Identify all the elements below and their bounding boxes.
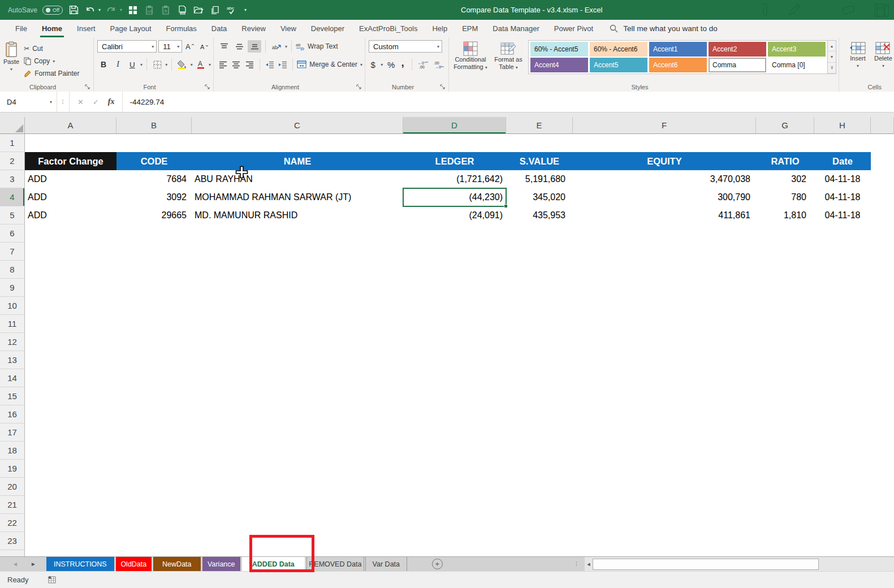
column-header-partial[interactable]	[871, 117, 894, 133]
decrease-indent-icon[interactable]	[264, 58, 275, 71]
sheet-nav-right-icon[interactable]: ►	[31, 561, 36, 567]
comma-style-icon[interactable]: ,	[399, 58, 406, 71]
ribbon-tab-home[interactable]: Home	[34, 20, 70, 37]
cell-E5[interactable]: 435,953	[506, 206, 573, 224]
insert-dropdown-icon[interactable]: ▾	[857, 62, 859, 70]
increase-decimal-icon[interactable]: ←0.00	[418, 58, 430, 71]
sheet-tab-variance[interactable]: Variance	[202, 557, 240, 571]
font-dialog-launcher-icon[interactable]	[205, 84, 210, 90]
cancel-icon[interactable]: ✕	[77, 98, 84, 106]
ribbon-tab-formulas[interactable]: Formulas	[159, 20, 204, 37]
empty-row-1[interactable]	[25, 134, 894, 152]
undo-dropdown-icon[interactable]: ▾	[98, 7, 101, 12]
align-left-icon[interactable]	[217, 58, 229, 71]
row-header-6[interactable]: 6	[0, 224, 25, 243]
increase-indent-icon[interactable]	[277, 58, 289, 71]
gallery-scrollbar[interactable]: ▲ ▼ ⊽	[828, 40, 836, 74]
ribbon-tab-epm[interactable]: EPM	[455, 20, 485, 37]
orientation-icon[interactable]: ab	[270, 40, 283, 53]
scroll-left-icon[interactable]: ◄	[585, 561, 593, 567]
row-header-13[interactable]: 13	[0, 351, 25, 369]
cell-style-accent1[interactable]: Accent1	[649, 42, 707, 57]
cell-E3[interactable]: 5,191,680	[506, 170, 573, 188]
cell-style-60-accent5[interactable]: 60% - Accent5	[530, 42, 588, 57]
copy-button[interactable]: Copy▾	[24, 55, 79, 67]
cell-H4[interactable]: 04-11-18	[814, 188, 871, 206]
sheet-tab-var-data[interactable]: Var Data	[365, 557, 407, 571]
empty-row-8[interactable]	[25, 261, 894, 279]
fill-color-icon[interactable]	[176, 58, 188, 71]
empty-row-13[interactable]	[25, 351, 894, 369]
cell-F5[interactable]: 411,861	[573, 206, 756, 224]
borders-icon[interactable]	[151, 58, 163, 71]
row-header-2[interactable]: 2	[0, 152, 25, 170]
row-header-10[interactable]: 10	[0, 297, 25, 315]
row-header-9[interactable]: 9	[0, 279, 25, 297]
ribbon-tab-insert[interactable]: Insert	[70, 20, 103, 37]
copy-doc-icon[interactable]	[209, 5, 221, 16]
delete-dropdown-icon[interactable]: ▾	[882, 62, 884, 70]
format-painter-button[interactable]: Format Painter	[24, 67, 79, 80]
scrollbar-thumb[interactable]	[593, 559, 819, 570]
ribbon-tab-exactprobi-tools[interactable]: ExActProBi_Tools	[352, 20, 425, 37]
column-header-H[interactable]: H	[814, 117, 871, 133]
row-header-7[interactable]: 7	[0, 243, 25, 261]
row-header-17[interactable]: 17	[0, 423, 25, 442]
empty-row-6[interactable]	[25, 224, 894, 243]
cell-A4[interactable]: ADD	[25, 188, 116, 206]
align-center-icon[interactable]	[231, 58, 243, 71]
decrease-font-icon[interactable]: A	[198, 40, 211, 53]
column-header-D[interactable]: D	[403, 117, 506, 133]
formula-bar-handle[interactable]: ⁞	[57, 92, 69, 112]
underline-button[interactable]: U	[126, 58, 139, 71]
empty-row-20[interactable]	[25, 478, 894, 496]
open-folder-icon[interactable]	[193, 5, 204, 16]
sheet-tab-added-data[interactable]: ADDED Data	[242, 557, 305, 571]
borders-dropdown-icon[interactable]: ▾	[165, 62, 167, 67]
new-sheet-button[interactable]: +	[432, 559, 443, 569]
align-right-icon[interactable]	[244, 58, 256, 71]
table-header-s-value[interactable]: S.VALUE	[506, 152, 573, 170]
merge-dropdown-icon[interactable]: ▾	[360, 62, 362, 67]
spelling-icon[interactable]: abc	[226, 5, 237, 16]
column-header-B[interactable]: B	[116, 117, 192, 133]
format-as-table-button[interactable]: Format as Table ▾	[492, 39, 525, 71]
cell-style-accent4[interactable]: Accent4	[530, 58, 588, 72]
customize-qat-icon[interactable]: ▾	[244, 7, 247, 12]
empty-row-9[interactable]	[25, 279, 894, 297]
cell-H3[interactable]: 04-11-18	[814, 170, 871, 188]
insert-cells-button[interactable]: Insert ▾	[849, 39, 866, 70]
column-header-F[interactable]: F	[573, 117, 756, 133]
cell-D4[interactable]: (44,230)	[403, 188, 506, 206]
table-header-ledger[interactable]: LEDGER	[403, 152, 506, 170]
sheet-tab-newdata[interactable]: NewData	[153, 557, 201, 571]
empty-row-10[interactable]	[25, 297, 894, 315]
copy-dropdown-icon[interactable]: ▾	[53, 59, 55, 64]
formula-input[interactable]: -44229.74	[123, 92, 894, 112]
empty-row-11[interactable]	[25, 315, 894, 333]
table-header-date[interactable]: Date	[814, 152, 871, 170]
cell-style-accent5[interactable]: Accent5	[590, 58, 647, 72]
gallery-more-icon[interactable]: ⊽	[828, 63, 836, 74]
font-color-icon[interactable]: A	[195, 58, 207, 71]
select-all-corner[interactable]	[0, 117, 25, 133]
row-header-4[interactable]: 4	[0, 188, 25, 206]
cell-style-comma[interactable]: Comma	[709, 58, 766, 72]
row-header-15[interactable]: 15	[0, 387, 25, 405]
tabbar-splitter[interactable]: ⁞	[576, 559, 577, 569]
table-header-name[interactable]: NAME	[192, 152, 403, 170]
table-header-factor-change[interactable]: Factor Change	[25, 152, 116, 170]
cell-B3[interactable]: 7684	[116, 170, 192, 188]
number-dialog-launcher-icon[interactable]	[440, 84, 446, 90]
row-header-18[interactable]: 18	[0, 442, 25, 460]
table-header-ratio[interactable]: RATIO	[756, 152, 814, 170]
cell-style-comma-0[interactable]: Comma [0]	[768, 58, 826, 72]
undo-icon[interactable]	[84, 5, 96, 16]
paste-dropdown-icon[interactable]: ▾	[10, 66, 12, 73]
empty-row-12[interactable]	[25, 333, 894, 351]
print-preview-icon[interactable]	[176, 5, 188, 16]
cell-D5[interactable]: (24,091)	[403, 206, 506, 224]
fill-handle[interactable]	[504, 204, 508, 208]
empty-row-18[interactable]	[25, 442, 894, 460]
empty-row-7[interactable]	[25, 243, 894, 261]
